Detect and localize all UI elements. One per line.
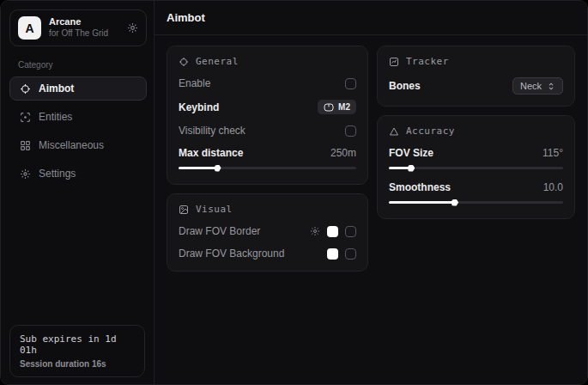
gear-icon[interactable]: [127, 22, 138, 34]
bones-select[interactable]: Neck: [512, 77, 563, 95]
tracker-card: Tracker Bones Neck: [377, 46, 575, 107]
fov-size-label: FOV Size: [389, 147, 433, 159]
entities-scan-icon: [19, 112, 31, 123]
main-header: Aimbot: [155, 1, 587, 35]
triangle-icon: [389, 126, 399, 137]
visibility-checkbox[interactable]: [345, 125, 356, 137]
fov-border-checkbox[interactable]: [345, 226, 356, 237]
smoothness-slider[interactable]: [389, 201, 563, 204]
card-title-tracker: Tracker: [406, 56, 449, 67]
enable-checkbox[interactable]: [345, 78, 356, 89]
fov-size-value: 115°: [543, 147, 563, 159]
visibility-check-row: Visibility check: [179, 125, 356, 137]
fov-background-color-swatch[interactable]: [327, 248, 338, 260]
sidebar-item-label: Settings: [39, 168, 76, 180]
enable-row: Enable: [179, 77, 356, 89]
visual-card: Visual Draw FOV Border Draw: [167, 193, 368, 272]
fov-border-label: Draw FOV Border: [179, 225, 260, 237]
card-title-general: General: [196, 56, 239, 67]
max-distance-row: Max distance 250m: [179, 147, 356, 159]
smoothness-label: Smoothness: [389, 181, 451, 193]
crosshair-icon: [19, 83, 31, 95]
accuracy-card: Accuracy FOV Size 115° Smoothness 10.0: [377, 115, 575, 219]
sidebar: A Arcane for Off The Grid Category Aimbo…: [1, 1, 155, 384]
chevrons-up-down-icon: [547, 82, 555, 91]
mouse-icon: [324, 103, 334, 112]
sidebar-item-label: Miscellaneous: [39, 139, 104, 151]
smoothness-row: Smoothness 10.0: [389, 181, 563, 193]
page-title: Aimbot: [167, 11, 205, 24]
smoothness-value: 10.0: [543, 181, 563, 193]
app-window: A Arcane for Off The Grid Category Aimbo…: [0, 0, 588, 385]
sidebar-item-label: Aimbot: [39, 82, 74, 95]
sidebar-item-label: Entities: [39, 111, 72, 123]
brand-card: A Arcane for Off The Grid: [9, 9, 147, 46]
crosshair-icon: [179, 57, 189, 67]
category-label: Category: [18, 60, 147, 70]
tracker-route-icon: [389, 57, 399, 67]
slider-thumb[interactable]: [215, 165, 221, 172]
subscription-status-card: Sub expires in 1d 01h Session duration 1…: [9, 325, 145, 377]
main-panel: Aimbot General Enable: [155, 1, 587, 384]
fov-background-row: Draw FOV Background: [179, 248, 356, 260]
fov-border-color-swatch[interactable]: [327, 226, 338, 237]
card-title-accuracy: Accuracy: [406, 125, 455, 137]
general-card: General Enable Keybind M2: [167, 46, 368, 185]
fov-background-label: Draw FOV Background: [179, 248, 284, 260]
bones-label: Bones: [389, 80, 421, 92]
boxes-icon: [19, 140, 31, 151]
max-distance-value: 250m: [330, 147, 356, 159]
fov-border-row: Draw FOV Border: [179, 225, 356, 237]
sub-expiry-text: Sub expires in 1d 01h: [20, 333, 135, 356]
app-subtitle: for Off The Grid: [49, 28, 119, 40]
app-name: Arcane: [49, 16, 119, 28]
fov-background-checkbox[interactable]: [345, 248, 356, 260]
bones-row: Bones Neck: [389, 77, 563, 95]
fov-size-slider[interactable]: [389, 167, 563, 169]
max-distance-label: Max distance: [179, 147, 243, 159]
keybind-label: Keybind: [179, 101, 219, 113]
settings-gear-icon: [19, 168, 31, 180]
slider-thumb[interactable]: [452, 199, 458, 206]
image-icon: [179, 205, 189, 215]
card-title-visual: Visual: [196, 204, 233, 215]
app-logo: A: [18, 16, 41, 40]
sidebar-item-aimbot[interactable]: Aimbot: [9, 76, 147, 101]
max-distance-slider[interactable]: [179, 167, 356, 169]
keybind-row: Keybind M2: [179, 100, 356, 114]
visibility-check-label: Visibility check: [179, 125, 246, 137]
sidebar-item-miscellaneous[interactable]: Miscellaneous: [9, 133, 147, 157]
enable-label: Enable: [179, 77, 210, 89]
sidebar-item-settings[interactable]: Settings: [9, 162, 147, 186]
keybind-badge[interactable]: M2: [318, 100, 356, 114]
slider-thumb[interactable]: [408, 165, 415, 172]
fov-size-row: FOV Size 115°: [389, 147, 563, 159]
sidebar-item-entities[interactable]: Entities: [9, 105, 147, 129]
gear-icon[interactable]: [310, 226, 320, 236]
session-duration-text: Session duration 16s: [20, 359, 135, 369]
